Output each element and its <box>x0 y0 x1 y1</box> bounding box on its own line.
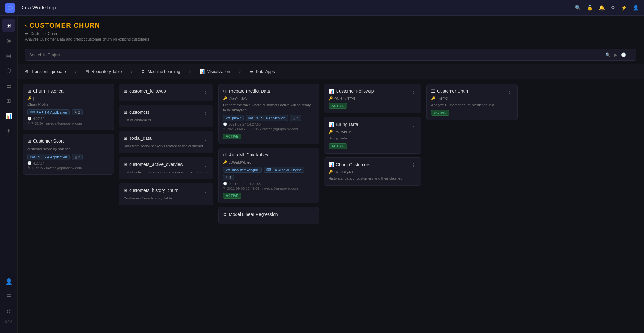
ml-icon: ⚙ <box>141 69 145 74</box>
tag-count: ⎘ 2 <box>290 115 301 121</box>
card-desc: List of active customers and overview of… <box>124 170 208 175</box>
card-customer-score: ⊞ Customer Score ⋮ customer score by bal… <box>23 134 114 175</box>
card-menu-button[interactable]: ⋮ <box>410 122 417 128</box>
layout: ⊞ ◉ ▤ ⬡ ☰ ⊞ 📊 ✦ 👤 ☰ ↺ 0.0% ‹ CUSTOMER CH… <box>0 16 644 333</box>
content-area: ⊞ Churn Historical ⋮ 🔑 j Churn Profile ⌨… <box>18 79 644 333</box>
card-title: ⊞ social_data <box>124 136 152 141</box>
card-edit: ✎ 2021-09-08 10:42:04 - mvega@grupoenx.c… <box>223 186 314 190</box>
card-menu-button[interactable]: ⋮ <box>103 89 109 95</box>
breadcrumb: Customer Churn <box>31 31 58 36</box>
card-title: ⊞ Churn Historical <box>27 89 64 94</box>
sidebar-item-chart[interactable]: 📊 <box>2 109 15 123</box>
card-menu-button[interactable]: ⋮ <box>308 212 314 218</box>
card-desc: Data from social networks related to the… <box>124 144 208 149</box>
card-menu-button[interactable]: ⋮ <box>202 188 208 194</box>
user-icon[interactable]: 👤 <box>633 5 639 11</box>
search-input[interactable] <box>29 52 605 57</box>
column-dataapps: ☰ Customer Churn ⋮ 🔑Im1FKksrIf Analyze C… <box>426 84 518 328</box>
sidebar-item-analytics[interactable]: ◉ <box>2 34 15 47</box>
card-desc: Historical data of customers and their c… <box>329 176 417 181</box>
transform-icon: ⊕ <box>25 69 29 74</box>
card-auto-ml: ⚙ Auto ML DataKubes ⋮ 🔑gDGEMWBvr6 </> dk… <box>218 148 319 203</box>
pipeline-step-apps[interactable]: ☰ Data Apps <box>242 64 282 79</box>
card-menu-button[interactable]: ⋮ <box>202 110 208 116</box>
topnav: Data Workshop 🔍 🔒 🔔 ⚙ ⚡ 👤 <box>0 0 644 16</box>
card-prepare-predict: ⚙ Prepare Predict Data ⋮ 🔑XIea9IaUvN Pre… <box>218 84 319 144</box>
status-badge: ACTIVE <box>329 103 347 109</box>
card-edit: ✎ 7:39:15 - mvega@grupoenx.com <box>27 166 109 170</box>
ml-icon: ⚙ <box>223 212 227 217</box>
card-menu-button[interactable]: ⋮ <box>308 89 314 95</box>
sidebar-item-storage[interactable]: ▤ <box>2 49 15 62</box>
card-customers: ⊞ customers ⋮ List of customers <box>119 105 213 127</box>
card-customers-active-overview: ⊞ customers_active_overview ⋮ List of ac… <box>119 157 213 179</box>
search-icon[interactable]: 🔍 <box>575 5 581 11</box>
card-title: 📊 Customer Followup <box>329 89 374 94</box>
history-icon[interactable]: 🕐 <box>621 52 626 57</box>
tag-app: ⌨ DK AutoML Engine <box>264 167 305 173</box>
card-customer-followup: ⊞ customer_followup ⋮ <box>119 84 213 101</box>
settings-icon[interactable]: ⚙ <box>611 5 615 11</box>
back-button[interactable]: ‹ <box>25 23 27 28</box>
card-title: 📊 Billing Data <box>329 122 358 127</box>
sidebar-item-profile[interactable]: 👤 <box>2 275 15 288</box>
card-menu-button[interactable]: ⋮ <box>410 162 417 168</box>
app-logo[interactable] <box>5 3 15 13</box>
card-timestamp: 🕐 2021-09-24 14:27:56 <box>223 122 314 126</box>
pipeline-step-ml[interactable]: ⚙ Machine Learning <box>134 64 187 79</box>
bell-icon[interactable]: 🔔 <box>599 5 605 11</box>
card-menu-button[interactable]: ⋮ <box>202 162 208 168</box>
sidebar-item-grid[interactable]: ⊞ <box>2 94 15 107</box>
pipeline-step-transform[interactable]: ⊕ Transform, prepare <box>18 64 74 79</box>
card-social-data: ⊞ social_data ⋮ Data from social network… <box>119 131 213 153</box>
status-badge: ACTIVE <box>223 134 241 139</box>
project-title: CUSTOMER CHURN <box>29 21 100 30</box>
key-icon: 🔑 <box>27 96 32 101</box>
run-icon[interactable]: ▶ <box>614 52 617 57</box>
sidebar-item-tools[interactable]: ✦ <box>2 124 15 138</box>
card-customer-churn-app: ☰ Customer Churn ⋮ 🔑Im1FKksrIf Analyze C… <box>426 84 518 120</box>
sidebar-item-home[interactable]: ⊞ <box>2 19 15 32</box>
sidebar: ⊞ ◉ ▤ ⬡ ☰ ⊞ 📊 ✦ 👤 ☰ ↺ 0.0% <box>0 16 18 333</box>
sidebar-item-flow[interactable]: ⬡ <box>2 64 15 77</box>
app-icon: ☰ <box>431 89 435 94</box>
sidebar-item-refresh[interactable]: ↺ <box>2 305 15 318</box>
column-transform: ⊞ Churn Historical ⋮ 🔑 j Churn Profile ⌨… <box>23 84 114 328</box>
card-title: ⚙ Prepare Predict Data <box>223 89 270 94</box>
card-tags: ⌨ PHP 7.4 Application ⎘ 2 <box>27 109 109 115</box>
viz-icon: 📊 <box>329 89 334 94</box>
card-menu-button[interactable]: ⋮ <box>410 89 417 95</box>
table-icon: ⊞ <box>124 162 127 167</box>
status-badge: ACTIVE <box>223 193 241 199</box>
chevron-1: › <box>74 68 78 75</box>
pipeline-bar: ⊕ Transform, prepare › ⊞ Repository Tabl… <box>18 64 644 79</box>
sidebar-item-list[interactable]: ☰ <box>2 79 15 92</box>
table-icon: ⊞ <box>124 136 127 141</box>
lightning-icon[interactable]: ⚡ <box>621 5 627 11</box>
card-desc: Billing Data <box>329 136 417 141</box>
search-bar: 🔍 ▶ 🕐 + <box>25 49 636 61</box>
card-menu-button[interactable]: ⋮ <box>103 139 109 145</box>
lock-icon[interactable]: 🔒 <box>587 5 593 11</box>
sidebar-item-menu[interactable]: ☰ <box>2 290 15 303</box>
card-desc: Customer Churn History Table <box>124 196 208 201</box>
columns-container: ⊞ Churn Historical ⋮ 🔑 j Churn Profile ⌨… <box>18 79 644 333</box>
card-timestamp: 🕐 4:27:54 <box>27 161 109 165</box>
card-menu-button[interactable]: ⋮ <box>202 136 208 142</box>
add-icon[interactable]: + <box>630 52 632 57</box>
card-tags: </> php-7 ⌨ PHP 7.4 Application ⎘ 2 <box>223 115 314 121</box>
card-edit: ✎ 2021-08-06 18:52:15 - mvega@grupoenx.c… <box>223 127 314 131</box>
breadcrumb-icon: ☰ <box>25 31 29 36</box>
pipeline-step-repository[interactable]: ⊞ Repository Table <box>78 64 130 79</box>
status-badge: ACTIVE <box>329 143 347 149</box>
card-menu-button[interactable]: ⋮ <box>202 89 208 95</box>
tag-app: ⌨ PHP 7.4 Application <box>246 115 288 121</box>
apps-icon: ☰ <box>250 69 253 74</box>
card-menu-button[interactable]: ⋮ <box>308 152 314 158</box>
card-viz-customer-followup: 📊 Customer Followup ⋮ 🔑QNzUneTFVL ACTIVE <box>324 84 421 113</box>
search-submit-icon[interactable]: 🔍 <box>605 52 610 57</box>
card-edit: ✎ 7:09:36 - mvega@grupoenx.com <box>27 121 109 125</box>
tag-app: ⌨ PHP 7.4 Application <box>27 154 70 160</box>
card-menu-button[interactable]: ⋮ <box>507 89 513 95</box>
pipeline-step-viz[interactable]: 📊 Visualization <box>192 64 238 79</box>
